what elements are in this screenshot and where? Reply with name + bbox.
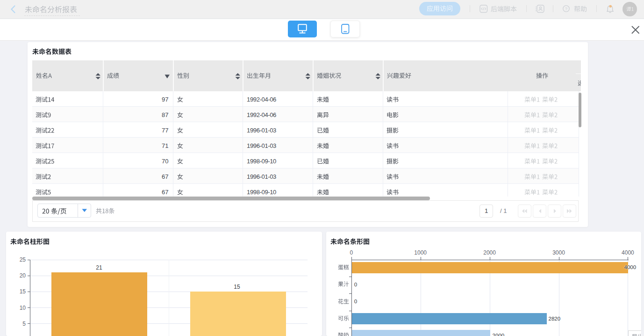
- svg-text:?: ?: [565, 6, 567, 11]
